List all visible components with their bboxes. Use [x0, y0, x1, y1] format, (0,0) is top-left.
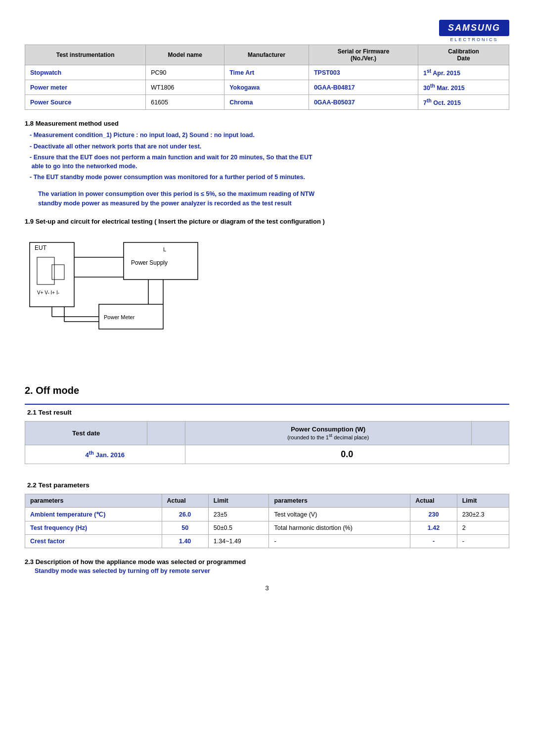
- svg-text:Power Meter: Power Meter: [104, 314, 135, 320]
- param-actual-3l: 1.40: [162, 535, 208, 548]
- table-row: Power meter WT1806 Yokogawa 0GAA-B04817 …: [25, 80, 509, 95]
- instr-serial-1: TPST003: [309, 65, 418, 80]
- svg-text:EUT: EUT: [35, 244, 47, 251]
- circuit-svg: EUT Power Supply L Power Meter V+ V- I+ …: [25, 233, 232, 346]
- section-23-title: 2.3 Description of how the appliance mod…: [25, 558, 509, 566]
- result-col-power: Power Consumption (W)(rounded to the 1st…: [185, 422, 471, 445]
- instr-name-3: Power Source: [25, 95, 146, 110]
- page-header: SAMSUNG ELECTRONICS: [25, 20, 509, 42]
- samsung-logo: SAMSUNG ELECTRONICS: [439, 20, 509, 42]
- instr-model-2: WT1806: [146, 80, 224, 95]
- col-calibration: CalibrationDate: [418, 45, 509, 65]
- param-row-1: Ambient temperature (℃) 26.0 23±5 Test v…: [25, 508, 509, 521]
- bullet-3: - Ensure that the EUT does not perform a…: [30, 153, 509, 171]
- test-result-row: 4th Jan. 2016 0.0: [25, 445, 509, 464]
- page-number: 3: [265, 584, 268, 592]
- section-23: 2.3 Description of how the appliance mod…: [25, 558, 509, 574]
- param-actual-1l: 26.0: [162, 508, 208, 521]
- logo-sub: ELECTRONICS: [450, 37, 498, 42]
- instr-name-1: Stopwatch: [25, 65, 146, 80]
- section-19-title: 1.9 Set-up and circuit for electrical te…: [25, 218, 509, 225]
- result-col-date-val: [147, 422, 185, 445]
- param-actual-3r: -: [410, 535, 457, 548]
- bullet-4: - The EUT standby mode power consumption…: [30, 173, 509, 182]
- instr-mfr-1: Time Art: [224, 65, 309, 80]
- instr-serial-2: 0GAA-B04817: [309, 80, 418, 95]
- param-limit-3r: -: [457, 535, 509, 548]
- param-name-3l: Crest factor: [25, 535, 162, 548]
- variation-text: The variation in power consumption over …: [35, 189, 509, 208]
- param-col-actual-l: Actual: [162, 494, 208, 508]
- table-row: Power Source 61605 Chroma 0GAA-B05037 7t…: [25, 95, 509, 110]
- subsection-22-title: 2.2 Test parameters: [25, 481, 509, 489]
- svg-text:Power Supply: Power Supply: [131, 259, 168, 266]
- bullet-1: - Measurement condition_1) Picture : no …: [30, 131, 509, 140]
- col-model-name: Model name: [146, 45, 224, 65]
- svg-rect-3: [52, 265, 64, 280]
- col-test-instr: Test instrumentation: [25, 45, 146, 65]
- param-name-2r: Total harmonic distortion (%): [269, 521, 410, 535]
- section-18-title: 1.8 Measurement method used: [25, 120, 509, 127]
- param-limit-1l: 23±5: [208, 508, 269, 521]
- result-col-date: Test date: [25, 422, 147, 445]
- param-name-1l: Ambient temperature (℃): [25, 508, 162, 521]
- param-row-3: Crest factor 1.40 1.34~1.49 - - -: [25, 535, 509, 548]
- param-col-limit-l: Limit: [208, 494, 269, 508]
- param-row-2: Test frequency (Hz) 50 50±0.5 Total harm…: [25, 521, 509, 535]
- instr-cal-1: 1st Apr. 2015: [418, 65, 509, 80]
- param-limit-2l: 50±0.5: [208, 521, 269, 535]
- instr-serial-3: 0GAA-B05037: [309, 95, 418, 110]
- param-actual-1r: 230: [410, 508, 457, 521]
- col-manufacturer: Manufacturer: [224, 45, 309, 65]
- parameters-table: parameters Actual Limit parameters Actua…: [25, 494, 509, 548]
- param-name-3r: -: [269, 535, 410, 548]
- svg-text:L: L: [163, 246, 166, 252]
- bullet-2: - Deactivate all other network ports tha…: [30, 142, 509, 151]
- instr-name-2: Power meter: [25, 80, 146, 95]
- instr-cal-3: 7th Oct. 2015: [418, 95, 509, 110]
- instr-model-1: PC90: [146, 65, 224, 80]
- param-actual-2r: 1.42: [410, 521, 457, 535]
- circuit-diagram: EUT Power Supply L Power Meter V+ V- I+ …: [25, 233, 232, 348]
- section-23-text: Standby mode was selected by turning off…: [25, 567, 509, 574]
- section-2-title: 2. Off mode: [25, 385, 509, 396]
- logo-brand: SAMSUNG: [439, 20, 509, 36]
- page-footer: 3: [25, 584, 509, 592]
- param-col-actual-r: Actual: [410, 494, 457, 508]
- instr-mfr-3: Chroma: [224, 95, 309, 110]
- power-consumption-value: 0.0: [185, 445, 509, 464]
- test-date: 4th Jan. 2016: [25, 445, 185, 464]
- instr-cal-2: 30th Mar. 2015: [418, 80, 509, 95]
- param-limit-3l: 1.34~1.49: [208, 535, 269, 548]
- section-divider: [25, 404, 509, 405]
- param-limit-2r: 2: [457, 521, 509, 535]
- instr-mfr-2: Yokogawa: [224, 80, 309, 95]
- param-actual-2l: 50: [162, 521, 208, 535]
- subsection-21-title: 2.1 Test result: [25, 409, 509, 416]
- col-serial: Serial or Firmware(No./Ver.): [309, 45, 418, 65]
- param-name-2l: Test frequency (Hz): [25, 521, 162, 535]
- param-limit-1r: 230±2.3: [457, 508, 509, 521]
- param-col-param-l: parameters: [25, 494, 162, 508]
- param-col-param-r: parameters: [269, 494, 410, 508]
- instrumentation-table: Test instrumentation Model name Manufact…: [25, 45, 509, 110]
- result-col-val: [471, 422, 509, 445]
- svg-text:V+ V-   I+   I-: V+ V- I+ I-: [37, 290, 59, 295]
- test-result-table: Test date Power Consumption (W)(rounded …: [25, 421, 509, 464]
- section-18-bullets: - Measurement condition_1) Picture : no …: [30, 131, 509, 182]
- instr-model-3: 61605: [146, 95, 224, 110]
- table-row: Stopwatch PC90 Time Art TPST003 1st Apr.…: [25, 65, 509, 80]
- param-col-limit-r: Limit: [457, 494, 509, 508]
- param-name-1r: Test voltage (V): [269, 508, 410, 521]
